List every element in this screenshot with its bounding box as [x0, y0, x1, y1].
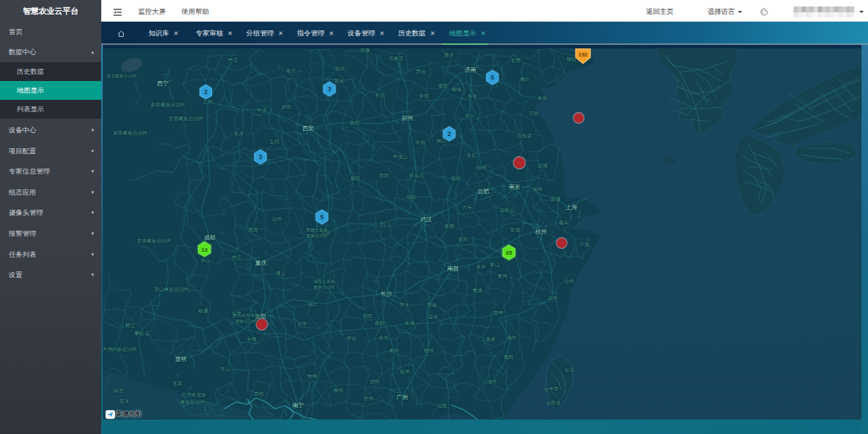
svg-text:3: 3 — [259, 153, 263, 161]
svg-text:2: 2 — [204, 88, 208, 95]
svg-text:5: 5 — [320, 213, 324, 221]
svg-text:192: 192 — [579, 51, 588, 58]
svg-text:2: 2 — [448, 130, 451, 137]
svg-text:5: 5 — [490, 74, 494, 81]
svg-text:3: 3 — [328, 85, 331, 93]
svg-text:35: 35 — [506, 250, 512, 256]
svg-text:13: 13 — [201, 247, 208, 253]
